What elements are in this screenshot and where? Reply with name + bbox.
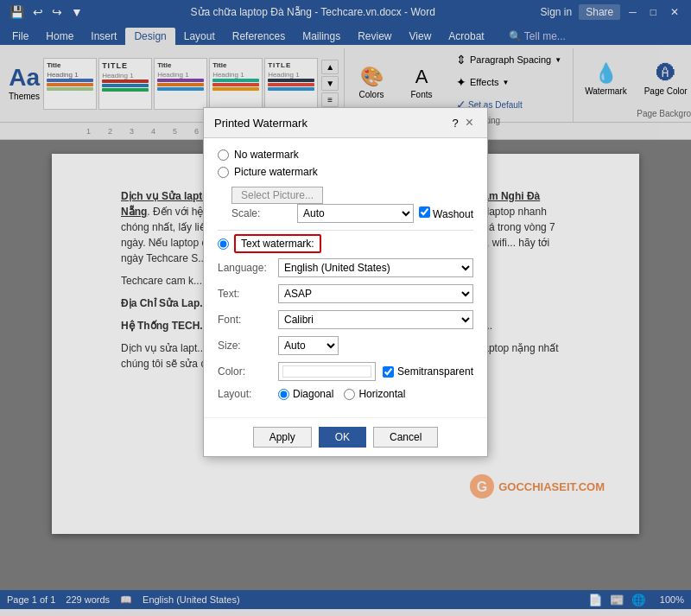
layout-label: Layout: xyxy=(218,388,278,400)
size-row: Size: Auto xyxy=(218,336,473,355)
washout-label: Washout xyxy=(419,206,473,220)
text-watermark-option[interactable]: Text watermark: xyxy=(218,238,473,250)
text-watermark-highlighted-label: Text watermark: xyxy=(234,234,321,253)
font-row: Font: Calibri xyxy=(218,310,473,329)
size-label: Size: xyxy=(218,340,278,352)
select-picture-button[interactable]: Select Picture... xyxy=(231,187,323,204)
no-watermark-label: No watermark xyxy=(234,149,299,161)
font-label: Font: xyxy=(218,314,278,326)
no-watermark-radio[interactable] xyxy=(218,149,229,161)
language-row: Language: English (United States) xyxy=(218,258,473,277)
washout-checkbox[interactable] xyxy=(419,206,430,218)
color-swatch[interactable] xyxy=(278,362,376,381)
language-label: Language: xyxy=(218,262,278,274)
picture-controls: Select Picture... Scale: Auto Washout xyxy=(231,187,473,223)
font-select[interactable]: Calibri xyxy=(278,310,473,329)
no-watermark-option[interactable]: No watermark xyxy=(218,149,473,161)
dialog-help-icon: ? xyxy=(452,117,458,130)
text-row: Text: ASAP xyxy=(218,284,473,303)
picture-watermark-option[interactable]: Picture watermark xyxy=(218,166,473,178)
diagonal-option[interactable]: Diagonal xyxy=(278,388,333,400)
scale-label: Scale: xyxy=(231,207,292,219)
scale-select[interactable]: Auto xyxy=(297,204,414,223)
color-row: Color: Semitransparent xyxy=(218,362,473,381)
dialog-body: No watermark Picture watermark Select Pi… xyxy=(204,138,487,417)
semitransparent-checkbox[interactable] xyxy=(383,366,394,378)
picture-watermark-label: Picture watermark xyxy=(234,166,318,178)
horizontal-radio[interactable] xyxy=(344,389,355,400)
text-label: Text: xyxy=(218,288,278,300)
printed-watermark-dialog: Printed Watermark ? × No watermark Pictu… xyxy=(203,107,488,457)
dialog-title: Printed Watermark xyxy=(214,117,307,130)
color-label: Color: xyxy=(218,365,278,378)
dialog-overlay: Printed Watermark ? × No watermark Pictu… xyxy=(0,0,691,616)
size-select[interactable]: Auto xyxy=(278,336,339,355)
layout-row: Layout: Diagonal Horizontal xyxy=(218,388,473,400)
horizontal-option[interactable]: Horizontal xyxy=(344,388,405,400)
diagonal-radio[interactable] xyxy=(278,389,289,400)
dialog-close-button[interactable]: × xyxy=(462,115,477,130)
picture-watermark-radio[interactable] xyxy=(218,167,229,178)
semitransparent-label: Semitransparent xyxy=(383,365,473,378)
language-select[interactable]: English (United States) xyxy=(278,258,473,277)
text-watermark-radio[interactable] xyxy=(218,238,229,250)
apply-button[interactable]: Apply xyxy=(253,427,312,448)
dialog-footer: Apply OK Cancel xyxy=(204,417,487,456)
watermark-options-group: No watermark Picture watermark xyxy=(218,149,473,178)
ok-button[interactable]: OK xyxy=(319,427,366,448)
cancel-button[interactable]: Cancel xyxy=(373,427,438,448)
dialog-title-bar: Printed Watermark ? × xyxy=(204,108,487,138)
scale-row: Scale: Auto Washout xyxy=(231,204,473,223)
text-select[interactable]: ASAP xyxy=(278,284,473,303)
text-watermark-label: Text watermark: xyxy=(234,238,321,250)
